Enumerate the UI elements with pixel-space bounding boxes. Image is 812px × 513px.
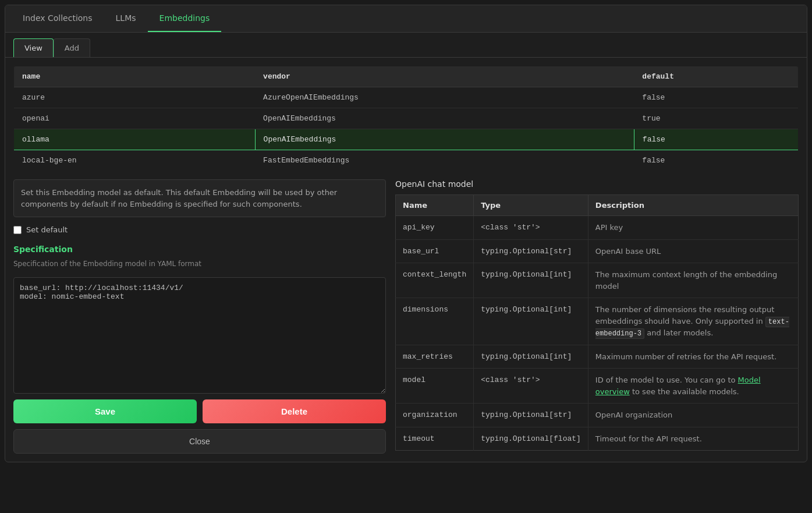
detail-field-name: context_length	[396, 263, 474, 298]
row-name: openai	[14, 108, 256, 129]
detail-row: context_length typing.Optional[int] The …	[396, 263, 799, 298]
detail-row: model <class 'str'> ID of the model to u…	[396, 369, 799, 404]
detail-field-desc: OpenAI base URL	[588, 239, 798, 263]
detail-field-name: dimensions	[396, 298, 474, 345]
detail-field-desc: OpenAI organization	[588, 404, 798, 427]
spec-textarea[interactable]	[13, 277, 386, 394]
table-row[interactable]: azure AzureOpenAIEmbeddings false	[14, 87, 799, 108]
detail-field-desc: API key	[588, 216, 798, 240]
detail-field-name: timeout	[396, 427, 474, 451]
specification-subtitle: Specification of the Embedding model in …	[13, 260, 386, 268]
table-row[interactable]: local-bge-en FastEmbedEmbeddings false	[14, 150, 799, 171]
set-default-label: Set default	[26, 225, 68, 234]
detail-field-name: base_url	[396, 239, 474, 263]
detail-row: base_url typing.Optional[str] OpenAI bas…	[396, 239, 799, 263]
detail-field-name: max_retries	[396, 345, 474, 369]
detail-row: api_key <class 'str'> API key	[396, 216, 799, 240]
set-default-checkbox[interactable]	[13, 226, 22, 234]
detail-field-type: <class 'str'>	[474, 369, 588, 404]
set-default-row: Set default	[13, 223, 386, 236]
detail-table: Name Type Description api_key <class 'st…	[395, 194, 799, 451]
row-name: local-bge-en	[14, 150, 256, 171]
action-buttons: Save Delete	[13, 399, 386, 423]
detail-field-desc: Maximum number of retries for the API re…	[588, 345, 798, 369]
row-vendor: FastEmbedEmbeddings	[255, 150, 634, 171]
detail-field-type: typing.Optional[int]	[474, 263, 588, 298]
right-panel: OpenAI chat model Name Type Description …	[395, 179, 799, 454]
specification-title: Specification	[13, 245, 386, 254]
delete-button[interactable]: Delete	[203, 399, 386, 423]
table-row[interactable]: ollama OpenAIEmbeddings false	[14, 129, 799, 150]
row-default: true	[634, 108, 798, 129]
detail-col-desc: Description	[588, 195, 798, 216]
detail-col-type: Type	[474, 195, 588, 216]
row-vendor: OpenAIEmbeddings	[255, 108, 634, 129]
sub-tab-add[interactable]: Add	[54, 38, 90, 57]
model-overview-link[interactable]: Model overview	[595, 376, 761, 396]
detail-field-type: typing.Optional[str]	[474, 404, 588, 427]
tab-llms[interactable]: LLMs	[104, 5, 148, 32]
row-default: false	[634, 87, 798, 108]
row-default: false	[634, 150, 798, 171]
embeddings-table: name vendor default azure AzureOpenAIEmb…	[13, 66, 799, 171]
col-header-vendor: vendor	[255, 66, 634, 87]
close-button[interactable]: Close	[13, 429, 386, 454]
bottom-section: Set this Embedding model as default. Thi…	[5, 179, 807, 462]
detail-field-desc: The maximum context length of the embedd…	[588, 263, 798, 298]
row-name: azure	[14, 87, 256, 108]
detail-field-name: organization	[396, 404, 474, 427]
row-default: false	[634, 129, 798, 150]
detail-field-name: model	[396, 369, 474, 404]
tab-index-collections[interactable]: Index Collections	[11, 5, 104, 32]
row-vendor: OpenAIEmbeddings	[255, 129, 634, 150]
detail-field-type: typing.Optional[float]	[474, 427, 588, 451]
inline-code: text-embedding-3	[595, 317, 789, 339]
row-name: ollama	[14, 129, 256, 150]
detail-field-name: api_key	[396, 216, 474, 240]
detail-field-desc: ID of the model to use. You can go to Mo…	[588, 369, 798, 404]
app-container: Index Collections LLMs Embeddings View A…	[5, 5, 807, 462]
detail-row: organization typing.Optional[str] OpenAI…	[396, 404, 799, 427]
detail-field-desc: Timeout for the API request.	[588, 427, 798, 451]
detail-field-desc: The number of dimensions the resulting o…	[588, 298, 798, 345]
sub-tab-view[interactable]: View	[13, 38, 54, 57]
detail-title: OpenAI chat model	[395, 179, 799, 189]
detail-col-name: Name	[396, 195, 474, 216]
col-header-default: default	[634, 66, 798, 87]
tab-embeddings[interactable]: Embeddings	[148, 5, 222, 32]
row-vendor: AzureOpenAIEmbeddings	[255, 87, 634, 108]
detail-field-type: <class 'str'>	[474, 216, 588, 240]
detail-field-type: typing.Optional[str]	[474, 239, 588, 263]
left-panel: Set this Embedding model as default. Thi…	[13, 179, 386, 454]
info-box: Set this Embedding model as default. Thi…	[13, 179, 386, 217]
col-header-name: name	[14, 66, 256, 87]
save-button[interactable]: Save	[13, 399, 197, 423]
detail-field-type: typing.Optional[int]	[474, 345, 588, 369]
tab-bar: Index Collections LLMs Embeddings	[5, 5, 807, 33]
detail-row: timeout typing.Optional[float] Timeout f…	[396, 427, 799, 451]
sub-tab-bar: View Add	[5, 33, 807, 58]
main-table-wrapper: name vendor default azure AzureOpenAIEmb…	[5, 58, 807, 179]
table-row[interactable]: openai OpenAIEmbeddings true	[14, 108, 799, 129]
detail-field-type: typing.Optional[int]	[474, 298, 588, 345]
detail-row: max_retries typing.Optional[int] Maximum…	[396, 345, 799, 369]
detail-row: dimensions typing.Optional[int] The numb…	[396, 298, 799, 345]
